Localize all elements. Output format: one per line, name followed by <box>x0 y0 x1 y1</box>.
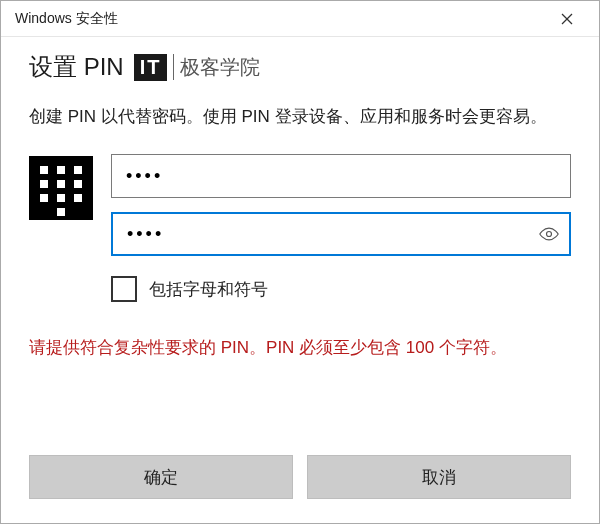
new-pin-field-wrap <box>111 154 571 198</box>
logo-text: 极客学院 <box>180 54 260 81</box>
pin-area <box>29 154 571 256</box>
dialog-buttons: 确定 取消 <box>1 455 599 523</box>
close-button[interactable] <box>545 3 589 35</box>
watermark-logo: IT 极客学院 <box>134 54 261 81</box>
dialog-content: 设置 PIN IT 极客学院 创建 PIN 以代替密码。使用 PIN 登录设备、… <box>1 37 599 455</box>
titlebar: Windows 安全性 <box>1 1 599 37</box>
description-text: 创建 PIN 以代替密码。使用 PIN 登录设备、应用和服务时会更容易。 <box>29 103 571 130</box>
confirm-pin-field-wrap <box>111 212 571 256</box>
svg-point-2 <box>547 232 552 237</box>
include-letters-label: 包括字母和符号 <box>149 278 268 301</box>
logo-divider <box>173 54 174 80</box>
heading-row: 设置 PIN IT 极客学院 <box>29 51 571 83</box>
window-title: Windows 安全性 <box>15 10 545 28</box>
new-pin-input[interactable] <box>112 155 570 197</box>
windows-security-dialog: Windows 安全性 设置 PIN IT 极客学院 创建 PIN 以代替密码。… <box>0 0 600 524</box>
logo-badge: IT <box>134 54 168 81</box>
ok-button[interactable]: 确定 <box>29 455 293 499</box>
confirm-pin-input[interactable] <box>113 214 529 254</box>
page-title: 设置 PIN <box>29 51 124 83</box>
error-message: 请提供符合复杂性要求的 PIN。PIN 必须至少包含 100 个字符。 <box>29 334 571 361</box>
reveal-password-button[interactable] <box>529 214 569 254</box>
include-letters-row: 包括字母和符号 <box>111 276 571 302</box>
eye-icon <box>539 226 559 242</box>
keypad-icon <box>29 156 93 220</box>
cancel-button[interactable]: 取消 <box>307 455 571 499</box>
close-icon <box>561 13 573 25</box>
pin-fields <box>111 154 571 256</box>
include-letters-checkbox[interactable] <box>111 276 137 302</box>
